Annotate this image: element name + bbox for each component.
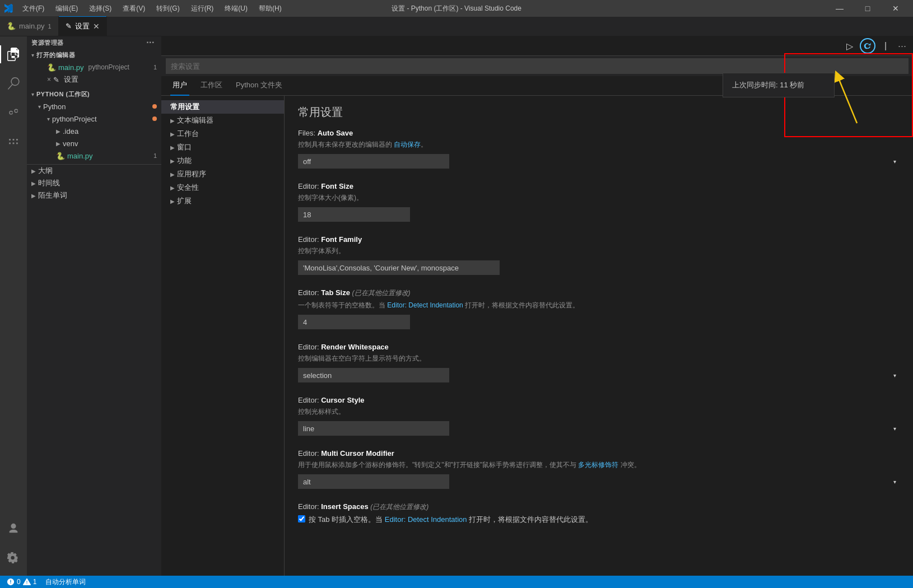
more-options-button[interactable]: ··· <box>896 39 909 53</box>
activity-account[interactable] <box>0 515 27 542</box>
tab-close-settings[interactable]: ✕ <box>93 22 100 31</box>
chevron-icon: ▾ <box>47 116 50 122</box>
list-item[interactable]: 🐍 main.py 1 <box>27 150 161 162</box>
title-prefix: Editor: <box>298 182 321 190</box>
menu-select[interactable]: 选择(S) <box>85 3 116 15</box>
auto-save-select[interactable]: off afterDelay onWindowChange onFocusCha… <box>298 154 449 169</box>
detect-indentation-link[interactable]: Editor: Detect Indentation <box>387 301 463 309</box>
close-button[interactable]: ✕ <box>883 0 909 17</box>
account-icon <box>7 522 20 535</box>
menu-run[interactable]: 运行(R) <box>187 3 218 15</box>
menu-edit[interactable]: 编辑(E) <box>51 3 82 15</box>
wordbook-header[interactable]: ▶ 陌生单词 <box>27 189 161 202</box>
setting-cursor-style: Editor: Cursor Style 控制光标样式。 line block … <box>298 396 900 436</box>
nav-common-settings[interactable]: 常用设置 <box>161 100 284 114</box>
tab-python-folder[interactable]: Python 文件夹 <box>234 76 285 96</box>
sidebar: 资源管理器 ··· ▾ 打开的编辑器 🐍 main.py pythonProje… <box>27 36 161 576</box>
python-file-icon: 🐍 <box>56 152 65 160</box>
activity-settings-gear[interactable] <box>0 544 27 571</box>
title-prefix: Editor: <box>298 396 321 404</box>
nav-app[interactable]: ▶ 应用程序 <box>161 167 284 181</box>
settings-tab-icon: ✎ <box>66 22 72 30</box>
nav-window[interactable]: ▶ 窗口 <box>161 141 284 154</box>
activity-extensions[interactable] <box>0 128 27 155</box>
chevron-icon: ▶ <box>170 171 175 178</box>
wordbook-label: 陌生单词 <box>38 190 67 200</box>
render-whitespace-select[interactable]: none boundary selection trailing all <box>298 368 449 382</box>
tab-settings[interactable]: ✎ 设置 ✕ <box>59 16 107 36</box>
setting-title: Editor: Render Whitespace <box>298 343 900 351</box>
outline-header[interactable]: ▶ 大纲 <box>27 165 161 177</box>
minimize-button[interactable]: — <box>827 0 853 17</box>
detect-indent-link2[interactable]: Editor: Detect Indentation <box>385 515 467 524</box>
menu-terminal[interactable]: 终端(U) <box>220 3 252 15</box>
nav-text-editor[interactable]: ▶ 文本编辑器 <box>161 114 284 127</box>
list-item[interactable]: × ✎ 设置 <box>27 73 161 86</box>
explorer-section: ▾ 打开的编辑器 🐍 main.py pythonProject 1 × ✎ 设… <box>27 49 161 576</box>
tab-main-py[interactable]: 🐍 main.py 1 <box>0 16 59 36</box>
menu-view[interactable]: 查看(V) <box>118 3 150 15</box>
timeline-header[interactable]: ▶ 时间线 <box>27 177 161 189</box>
file-name: main.py <box>58 63 84 72</box>
nav-features[interactable]: ▶ 功能 <box>161 154 284 167</box>
modified-dot <box>152 104 157 109</box>
activity-search[interactable] <box>0 70 27 97</box>
list-item[interactable]: ▾ Python <box>27 100 161 113</box>
activity-source-control[interactable] <box>0 99 27 126</box>
sync-button[interactable] <box>860 38 875 54</box>
close-icon: × <box>47 76 51 83</box>
nav-security[interactable]: ▶ 安全性 <box>161 181 284 194</box>
menu-goto[interactable]: 转到(G) <box>152 3 184 15</box>
activity-explorer[interactable] <box>0 41 27 68</box>
file-name: 设置 <box>64 74 78 85</box>
settings-content: 常用设置 Files: Auto Save 控制具有未保存更改的编辑器的 自动保… <box>285 96 913 576</box>
nav-item-label: 应用程序 <box>177 169 206 179</box>
error-count: 0 <box>17 578 21 586</box>
font-size-input[interactable] <box>298 207 410 222</box>
sync-popup-text: 上次同步时间: 11 秒前 <box>732 81 804 89</box>
file-count: 1 <box>153 152 157 159</box>
tab-workspace[interactable]: 工作区 <box>198 76 225 96</box>
tab-size-input[interactable] <box>298 315 410 329</box>
error-warning-status[interactable]: 0 1 <box>4 578 39 586</box>
sync-popup: 上次同步时间: 11 秒前 <box>723 73 835 97</box>
nav-item-label: 安全性 <box>177 183 199 193</box>
setting-render-whitespace: Editor: Render Whitespace 控制编辑器在空白字符上显示符… <box>298 343 900 382</box>
title-bold: Cursor Style <box>321 396 364 404</box>
maximize-button[interactable]: □ <box>855 0 881 17</box>
settings-nav: 常用设置 ▶ 文本编辑器 ▶ 工作台 ▶ 窗口 ▶ 功能 <box>161 96 285 576</box>
explorer-more-button[interactable]: ··· <box>144 36 157 49</box>
tab-user[interactable]: 用户 <box>170 76 189 96</box>
nav-workbench[interactable]: ▶ 工作台 <box>161 127 284 141</box>
nav-extensions[interactable]: ▶ 扩展 <box>161 194 284 208</box>
menu-file[interactable]: 文件(F) <box>18 3 49 15</box>
chevron-icon: ▾ <box>31 91 34 97</box>
auto-save-link[interactable]: 自动保存 <box>394 141 421 148</box>
menu-help[interactable]: 帮助(H) <box>254 3 286 15</box>
cursor-style-select[interactable]: line block underline line-thin block-out… <box>298 421 449 436</box>
select-arrow-icon: ▾ <box>893 426 896 432</box>
settings-area: ▷ | ··· 上次同步时间: 11 秒前 <box>161 36 913 576</box>
file-type-icon: 🐍 <box>7 22 16 30</box>
list-item[interactable]: ▶ .idea <box>27 125 161 137</box>
multi-cursor-link[interactable]: 多光标修饰符 <box>578 461 618 469</box>
search-input[interactable] <box>166 58 909 74</box>
list-item[interactable]: 🐍 main.py pythonProject 1 <box>27 61 161 73</box>
list-item[interactable]: ▶ venv <box>27 137 161 150</box>
open-editors-header[interactable]: ▾ 打开的编辑器 <box>27 49 161 61</box>
title-bold: Auto Save <box>318 129 353 137</box>
multi-cursor-select[interactable]: ctrlCmd alt <box>298 474 449 489</box>
modified-label: (已在其他位置修改) <box>370 503 428 511</box>
insert-spaces-checkbox[interactable] <box>298 515 305 522</box>
chevron-icon: ▶ <box>56 141 60 147</box>
venv-folder-label: venv <box>63 139 78 148</box>
nav-item-label: 窗口 <box>177 142 192 152</box>
activity-bar <box>0 36 27 576</box>
title-bar-menu: 文件(F) 编辑(E) 选择(S) 查看(V) 转到(G) 运行(R) 终端(U… <box>18 3 286 15</box>
list-item[interactable]: ▾ pythonProject <box>27 113 161 125</box>
split-button[interactable]: | <box>878 38 893 54</box>
auto-analyze-status[interactable]: 自动分析单词 <box>43 577 88 587</box>
font-family-input[interactable] <box>298 260 500 275</box>
python-workspace-header[interactable]: ▾ PYTHON (工作区) <box>27 88 161 100</box>
run-button[interactable]: ▷ <box>842 38 858 54</box>
